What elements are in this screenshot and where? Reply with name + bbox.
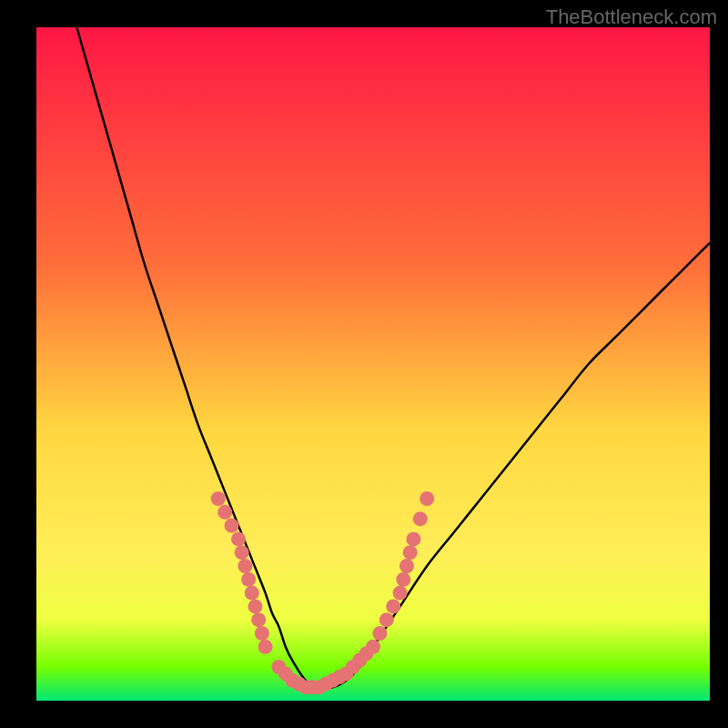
scatter-point bbox=[420, 491, 434, 506]
scatter-point bbox=[396, 572, 410, 587]
watermark-text: TheBottleneck.com bbox=[546, 5, 717, 29]
chart-container: TheBottleneck.com bbox=[0, 0, 728, 728]
scatter-point bbox=[238, 559, 252, 573]
chart-svg bbox=[0, 0, 728, 728]
plot-background bbox=[36, 27, 710, 701]
scatter-point bbox=[366, 640, 380, 654]
scatter-point bbox=[245, 586, 259, 601]
scatter-point bbox=[399, 559, 414, 573]
scatter-point bbox=[225, 519, 239, 533]
scatter-point bbox=[393, 586, 408, 601]
scatter-point bbox=[248, 599, 263, 613]
scatter-point bbox=[406, 531, 420, 546]
scatter-point bbox=[235, 545, 249, 560]
scatter-point bbox=[379, 612, 394, 627]
scatter-point bbox=[217, 505, 232, 520]
scatter-point bbox=[255, 626, 269, 641]
scatter-point bbox=[386, 599, 400, 613]
scatter-point bbox=[372, 626, 387, 641]
scatter-point bbox=[251, 612, 266, 627]
scatter-point bbox=[231, 531, 246, 546]
scatter-point bbox=[413, 511, 428, 526]
scatter-point bbox=[211, 491, 226, 506]
scatter-point bbox=[403, 545, 418, 560]
scatter-point bbox=[258, 640, 273, 654]
scatter-point bbox=[241, 572, 256, 587]
